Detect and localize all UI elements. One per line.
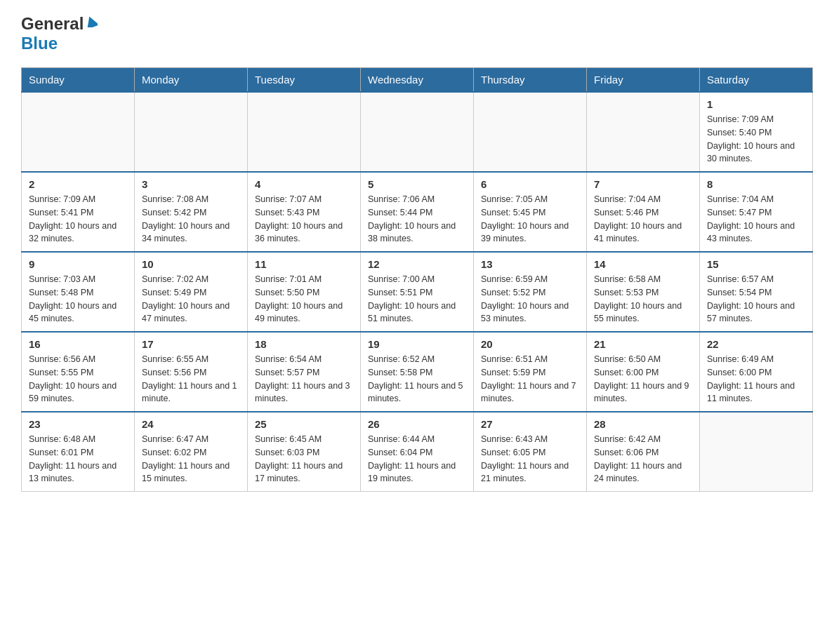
weekday-header-sunday: Sunday (22, 68, 135, 93)
day-number: 25 (255, 418, 353, 430)
day-number: 24 (142, 418, 240, 430)
day-info: Sunrise: 6:59 AMSunset: 5:52 PMDaylight:… (481, 273, 579, 326)
day-number: 4 (255, 178, 353, 190)
day-info: Sunrise: 6:47 AMSunset: 6:02 PMDaylight:… (142, 433, 240, 485)
calendar-cell (361, 92, 474, 172)
day-info: Sunrise: 7:04 AMSunset: 5:46 PMDaylight:… (594, 193, 692, 246)
week-row-1: 1Sunrise: 7:09 AMSunset: 5:40 PMDaylight… (22, 92, 813, 172)
week-row-3: 9Sunrise: 7:03 AMSunset: 5:48 PMDaylight… (22, 252, 813, 332)
day-number: 8 (707, 178, 805, 190)
logo: General Blue (21, 14, 98, 53)
day-number: 5 (368, 178, 466, 190)
calendar-cell: 19Sunrise: 6:52 AMSunset: 5:58 PMDayligh… (361, 332, 474, 412)
day-info: Sunrise: 7:00 AMSunset: 5:51 PMDaylight:… (368, 273, 466, 326)
calendar-cell: 20Sunrise: 6:51 AMSunset: 5:59 PMDayligh… (474, 332, 587, 412)
day-number: 18 (255, 338, 353, 350)
calendar-cell: 24Sunrise: 6:47 AMSunset: 6:02 PMDayligh… (135, 412, 248, 492)
day-info: Sunrise: 7:03 AMSunset: 5:48 PMDaylight:… (29, 273, 127, 326)
day-info: Sunrise: 7:06 AMSunset: 5:44 PMDaylight:… (368, 193, 466, 246)
day-number: 11 (255, 258, 353, 270)
day-info: Sunrise: 7:09 AMSunset: 5:41 PMDaylight:… (29, 193, 127, 246)
weekday-header-wednesday: Wednesday (361, 68, 474, 93)
day-number: 15 (707, 258, 805, 270)
weekday-header-friday: Friday (587, 68, 700, 93)
day-number: 20 (481, 338, 579, 350)
calendar-cell: 13Sunrise: 6:59 AMSunset: 5:52 PMDayligh… (474, 252, 587, 332)
svg-marker-0 (85, 16, 98, 27)
day-number: 6 (481, 178, 579, 190)
day-number: 7 (594, 178, 692, 190)
day-number: 12 (368, 258, 466, 270)
day-info: Sunrise: 6:52 AMSunset: 5:58 PMDaylight:… (368, 353, 466, 405)
day-number: 17 (142, 338, 240, 350)
calendar-cell: 9Sunrise: 7:03 AMSunset: 5:48 PMDaylight… (22, 252, 135, 332)
day-number: 2 (29, 178, 127, 190)
calendar-cell: 15Sunrise: 6:57 AMSunset: 5:54 PMDayligh… (700, 252, 813, 332)
calendar-cell: 28Sunrise: 6:42 AMSunset: 6:06 PMDayligh… (587, 412, 700, 492)
day-info: Sunrise: 6:58 AMSunset: 5:53 PMDaylight:… (594, 273, 692, 326)
day-info: Sunrise: 6:48 AMSunset: 6:01 PMDaylight:… (29, 433, 127, 485)
day-number: 10 (142, 258, 240, 270)
day-info: Sunrise: 6:44 AMSunset: 6:04 PMDaylight:… (368, 433, 466, 485)
day-number: 13 (481, 258, 579, 270)
day-info: Sunrise: 6:45 AMSunset: 6:03 PMDaylight:… (255, 433, 353, 485)
calendar-cell: 6Sunrise: 7:05 AMSunset: 5:45 PMDaylight… (474, 172, 587, 252)
day-info: Sunrise: 6:51 AMSunset: 5:59 PMDaylight:… (481, 353, 579, 405)
calendar-cell: 1Sunrise: 7:09 AMSunset: 5:40 PMDaylight… (700, 92, 813, 172)
calendar-table: SundayMondayTuesdayWednesdayThursdayFrid… (21, 67, 813, 492)
day-number: 27 (481, 418, 579, 430)
day-number: 22 (707, 338, 805, 350)
day-info: Sunrise: 6:43 AMSunset: 6:05 PMDaylight:… (481, 433, 579, 485)
calendar-cell: 23Sunrise: 6:48 AMSunset: 6:01 PMDayligh… (22, 412, 135, 492)
day-info: Sunrise: 6:55 AMSunset: 5:56 PMDaylight:… (142, 353, 240, 405)
day-info: Sunrise: 7:08 AMSunset: 5:42 PMDaylight:… (142, 193, 240, 246)
week-row-2: 2Sunrise: 7:09 AMSunset: 5:41 PMDaylight… (22, 172, 813, 252)
calendar-cell (700, 412, 813, 492)
calendar-cell: 2Sunrise: 7:09 AMSunset: 5:41 PMDaylight… (22, 172, 135, 252)
day-info: Sunrise: 6:42 AMSunset: 6:06 PMDaylight:… (594, 433, 692, 485)
day-number: 9 (29, 258, 127, 270)
weekday-header-thursday: Thursday (474, 68, 587, 93)
calendar-cell: 12Sunrise: 7:00 AMSunset: 5:51 PMDayligh… (361, 252, 474, 332)
calendar-cell: 4Sunrise: 7:07 AMSunset: 5:43 PMDaylight… (248, 172, 361, 252)
calendar-cell: 18Sunrise: 6:54 AMSunset: 5:57 PMDayligh… (248, 332, 361, 412)
calendar-cell: 14Sunrise: 6:58 AMSunset: 5:53 PMDayligh… (587, 252, 700, 332)
day-number: 16 (29, 338, 127, 350)
day-info: Sunrise: 7:01 AMSunset: 5:50 PMDaylight:… (255, 273, 353, 326)
week-row-5: 23Sunrise: 6:48 AMSunset: 6:01 PMDayligh… (22, 412, 813, 492)
day-number: 14 (594, 258, 692, 270)
day-number: 28 (594, 418, 692, 430)
calendar-cell (587, 92, 700, 172)
logo-triangle-icon (85, 16, 98, 30)
calendar-cell: 22Sunrise: 6:49 AMSunset: 6:00 PMDayligh… (700, 332, 813, 412)
calendar-cell: 3Sunrise: 7:08 AMSunset: 5:42 PMDaylight… (135, 172, 248, 252)
day-info: Sunrise: 7:07 AMSunset: 5:43 PMDaylight:… (255, 193, 353, 246)
weekday-header-row: SundayMondayTuesdayWednesdayThursdayFrid… (22, 68, 813, 93)
week-row-4: 16Sunrise: 6:56 AMSunset: 5:55 PMDayligh… (22, 332, 813, 412)
day-info: Sunrise: 6:50 AMSunset: 6:00 PMDaylight:… (594, 353, 692, 405)
calendar-cell: 5Sunrise: 7:06 AMSunset: 5:44 PMDaylight… (361, 172, 474, 252)
day-number: 3 (142, 178, 240, 190)
day-number: 21 (594, 338, 692, 350)
day-info: Sunrise: 7:02 AMSunset: 5:49 PMDaylight:… (142, 273, 240, 326)
calendar-cell: 27Sunrise: 6:43 AMSunset: 6:05 PMDayligh… (474, 412, 587, 492)
day-info: Sunrise: 6:49 AMSunset: 6:00 PMDaylight:… (707, 353, 805, 405)
day-number: 1 (707, 98, 805, 110)
calendar-cell (248, 92, 361, 172)
day-info: Sunrise: 6:54 AMSunset: 5:57 PMDaylight:… (255, 353, 353, 405)
day-info: Sunrise: 7:05 AMSunset: 5:45 PMDaylight:… (481, 193, 579, 246)
day-number: 26 (368, 418, 466, 430)
calendar-cell (22, 92, 135, 172)
calendar-cell (135, 92, 248, 172)
page-header: General Blue (21, 14, 813, 53)
calendar-cell: 26Sunrise: 6:44 AMSunset: 6:04 PMDayligh… (361, 412, 474, 492)
calendar-cell: 17Sunrise: 6:55 AMSunset: 5:56 PMDayligh… (135, 332, 248, 412)
day-number: 23 (29, 418, 127, 430)
calendar-cell: 7Sunrise: 7:04 AMSunset: 5:46 PMDaylight… (587, 172, 700, 252)
calendar-cell: 21Sunrise: 6:50 AMSunset: 6:00 PMDayligh… (587, 332, 700, 412)
calendar-cell (474, 92, 587, 172)
calendar-cell: 16Sunrise: 6:56 AMSunset: 5:55 PMDayligh… (22, 332, 135, 412)
weekday-header-monday: Monday (135, 68, 248, 93)
calendar-cell: 10Sunrise: 7:02 AMSunset: 5:49 PMDayligh… (135, 252, 248, 332)
day-info: Sunrise: 6:56 AMSunset: 5:55 PMDaylight:… (29, 353, 127, 405)
